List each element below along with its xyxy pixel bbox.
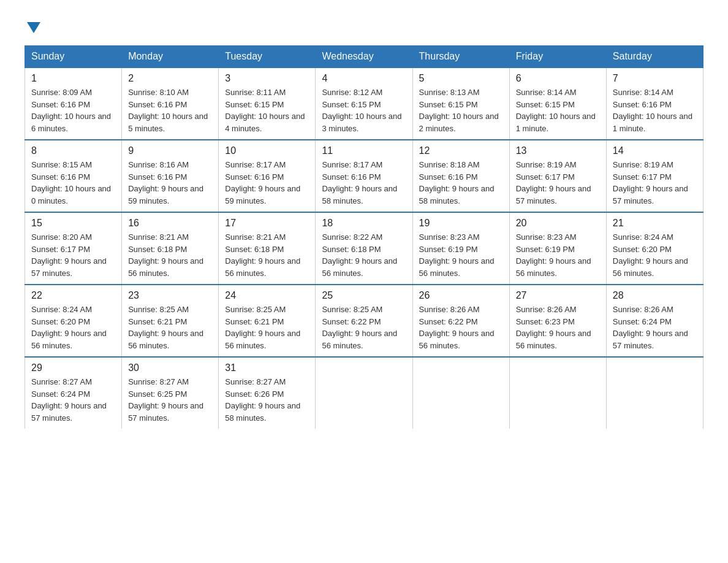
calendar-cell: 16 Sunrise: 8:21 AMSunset: 6:18 PMDaylig… [122, 212, 219, 285]
day-number: 7 [613, 73, 697, 84]
week-row-1: 1 Sunrise: 8:09 AMSunset: 6:16 PMDayligh… [25, 67, 703, 140]
day-info: Sunrise: 8:25 AMSunset: 6:21 PMDaylight:… [225, 305, 300, 350]
day-number: 8 [31, 145, 115, 156]
day-info: Sunrise: 8:23 AMSunset: 6:19 PMDaylight:… [516, 232, 591, 278]
calendar-cell: 10 Sunrise: 8:17 AMSunset: 6:16 PMDaylig… [219, 140, 316, 212]
day-number: 21 [613, 218, 697, 229]
calendar-cell: 28 Sunrise: 8:26 AMSunset: 6:24 PMDaylig… [606, 285, 703, 357]
day-info: Sunrise: 8:21 AMSunset: 6:18 PMDaylight:… [128, 232, 203, 278]
day-info: Sunrise: 8:25 AMSunset: 6:22 PMDaylight:… [322, 305, 397, 350]
day-number: 14 [613, 145, 697, 156]
calendar-cell: 5 Sunrise: 8:13 AMSunset: 6:15 PMDayligh… [412, 67, 509, 140]
calendar-cell: 8 Sunrise: 8:15 AMSunset: 6:16 PMDayligh… [25, 140, 122, 212]
day-info: Sunrise: 8:12 AMSunset: 6:15 PMDaylight:… [322, 88, 401, 133]
calendar-cell: 31 Sunrise: 8:27 AMSunset: 6:26 PMDaylig… [219, 357, 316, 429]
day-info: Sunrise: 8:15 AMSunset: 6:16 PMDaylight:… [31, 160, 111, 205]
header-thursday: Thursday [412, 46, 509, 68]
calendar-header-row: SundayMondayTuesdayWednesdayThursdayFrid… [25, 46, 703, 68]
day-info: Sunrise: 8:19 AMSunset: 6:17 PMDaylight:… [613, 160, 688, 205]
calendar-cell: 2 Sunrise: 8:10 AMSunset: 6:16 PMDayligh… [122, 67, 219, 140]
calendar-cell: 21 Sunrise: 8:24 AMSunset: 6:20 PMDaylig… [606, 212, 703, 285]
week-row-4: 22 Sunrise: 8:24 AMSunset: 6:20 PMDaylig… [25, 285, 703, 357]
day-info: Sunrise: 8:26 AMSunset: 6:23 PMDaylight:… [516, 305, 591, 350]
calendar-cell: 7 Sunrise: 8:14 AMSunset: 6:16 PMDayligh… [606, 67, 703, 140]
calendar-cell: 9 Sunrise: 8:16 AMSunset: 6:16 PMDayligh… [122, 140, 219, 212]
calendar-cell [509, 357, 606, 429]
day-info: Sunrise: 8:23 AMSunset: 6:19 PMDaylight:… [419, 232, 495, 278]
logo [25, 18, 40, 33]
day-number: 13 [516, 145, 600, 156]
day-info: Sunrise: 8:27 AMSunset: 6:25 PMDaylight:… [128, 377, 203, 423]
calendar-cell: 11 Sunrise: 8:17 AMSunset: 6:16 PMDaylig… [316, 140, 412, 212]
day-number: 26 [419, 290, 503, 301]
calendar-cell: 15 Sunrise: 8:20 AMSunset: 6:17 PMDaylig… [25, 212, 122, 285]
logo-triangle-icon [27, 22, 40, 33]
calendar-cell: 23 Sunrise: 8:25 AMSunset: 6:21 PMDaylig… [122, 285, 219, 357]
day-number: 29 [31, 362, 115, 373]
calendar-cell: 1 Sunrise: 8:09 AMSunset: 6:16 PMDayligh… [25, 67, 122, 140]
day-number: 12 [419, 145, 503, 156]
header-sunday: Sunday [25, 46, 122, 68]
calendar-cell: 4 Sunrise: 8:12 AMSunset: 6:15 PMDayligh… [316, 67, 412, 140]
day-info: Sunrise: 8:20 AMSunset: 6:17 PMDaylight:… [31, 232, 107, 278]
day-info: Sunrise: 8:27 AMSunset: 6:26 PMDaylight:… [225, 377, 300, 423]
header-saturday: Saturday [606, 46, 703, 68]
day-number: 31 [225, 362, 309, 373]
day-number: 1 [31, 73, 115, 84]
calendar-cell: 17 Sunrise: 8:21 AMSunset: 6:18 PMDaylig… [219, 212, 316, 285]
day-info: Sunrise: 8:14 AMSunset: 6:15 PMDaylight:… [516, 88, 596, 133]
day-number: 18 [322, 218, 406, 229]
day-number: 2 [128, 73, 212, 84]
calendar-cell: 14 Sunrise: 8:19 AMSunset: 6:17 PMDaylig… [606, 140, 703, 212]
page-header [25, 18, 703, 33]
header-friday: Friday [509, 46, 606, 68]
week-row-2: 8 Sunrise: 8:15 AMSunset: 6:16 PMDayligh… [25, 140, 703, 212]
calendar-cell: 30 Sunrise: 8:27 AMSunset: 6:25 PMDaylig… [122, 357, 219, 429]
calendar-table: SundayMondayTuesdayWednesdayThursdayFrid… [25, 45, 703, 429]
day-number: 4 [322, 73, 406, 84]
calendar-cell: 19 Sunrise: 8:23 AMSunset: 6:19 PMDaylig… [412, 212, 509, 285]
day-number: 17 [225, 218, 309, 229]
calendar-cell: 12 Sunrise: 8:18 AMSunset: 6:16 PMDaylig… [412, 140, 509, 212]
header-monday: Monday [122, 46, 219, 68]
day-number: 25 [322, 290, 406, 301]
day-info: Sunrise: 8:19 AMSunset: 6:17 PMDaylight:… [516, 160, 591, 205]
day-info: Sunrise: 8:13 AMSunset: 6:15 PMDaylight:… [419, 88, 499, 133]
calendar-cell: 24 Sunrise: 8:25 AMSunset: 6:21 PMDaylig… [219, 285, 316, 357]
day-info: Sunrise: 8:09 AMSunset: 6:16 PMDaylight:… [31, 88, 111, 133]
calendar-cell: 25 Sunrise: 8:25 AMSunset: 6:22 PMDaylig… [316, 285, 412, 357]
calendar-cell: 20 Sunrise: 8:23 AMSunset: 6:19 PMDaylig… [509, 212, 606, 285]
day-number: 28 [613, 290, 697, 301]
day-number: 30 [128, 362, 212, 373]
day-info: Sunrise: 8:16 AMSunset: 6:16 PMDaylight:… [128, 160, 203, 205]
day-number: 11 [322, 145, 406, 156]
calendar-cell: 18 Sunrise: 8:22 AMSunset: 6:18 PMDaylig… [316, 212, 412, 285]
day-info: Sunrise: 8:11 AMSunset: 6:15 PMDaylight:… [225, 88, 305, 133]
day-info: Sunrise: 8:24 AMSunset: 6:20 PMDaylight:… [31, 305, 107, 350]
day-number: 16 [128, 218, 212, 229]
day-info: Sunrise: 8:26 AMSunset: 6:24 PMDaylight:… [613, 305, 688, 350]
day-info: Sunrise: 8:14 AMSunset: 6:16 PMDaylight:… [613, 88, 692, 133]
svg-marker-0 [27, 22, 40, 33]
day-info: Sunrise: 8:17 AMSunset: 6:16 PMDaylight:… [322, 160, 397, 205]
calendar-cell: 6 Sunrise: 8:14 AMSunset: 6:15 PMDayligh… [509, 67, 606, 140]
header-wednesday: Wednesday [316, 46, 412, 68]
header-tuesday: Tuesday [219, 46, 316, 68]
day-info: Sunrise: 8:17 AMSunset: 6:16 PMDaylight:… [225, 160, 300, 205]
day-number: 22 [31, 290, 115, 301]
day-info: Sunrise: 8:24 AMSunset: 6:20 PMDaylight:… [613, 232, 688, 278]
day-info: Sunrise: 8:26 AMSunset: 6:22 PMDaylight:… [419, 305, 495, 350]
day-info: Sunrise: 8:27 AMSunset: 6:24 PMDaylight:… [31, 377, 107, 423]
day-number: 10 [225, 145, 309, 156]
calendar-cell: 29 Sunrise: 8:27 AMSunset: 6:24 PMDaylig… [25, 357, 122, 429]
week-row-3: 15 Sunrise: 8:20 AMSunset: 6:17 PMDaylig… [25, 212, 703, 285]
day-info: Sunrise: 8:10 AMSunset: 6:16 PMDaylight:… [128, 88, 208, 133]
day-number: 9 [128, 145, 212, 156]
day-number: 24 [225, 290, 309, 301]
day-number: 15 [31, 218, 115, 229]
day-number: 19 [419, 218, 503, 229]
calendar-cell: 22 Sunrise: 8:24 AMSunset: 6:20 PMDaylig… [25, 285, 122, 357]
day-number: 23 [128, 290, 212, 301]
week-row-5: 29 Sunrise: 8:27 AMSunset: 6:24 PMDaylig… [25, 357, 703, 429]
calendar-cell [412, 357, 509, 429]
